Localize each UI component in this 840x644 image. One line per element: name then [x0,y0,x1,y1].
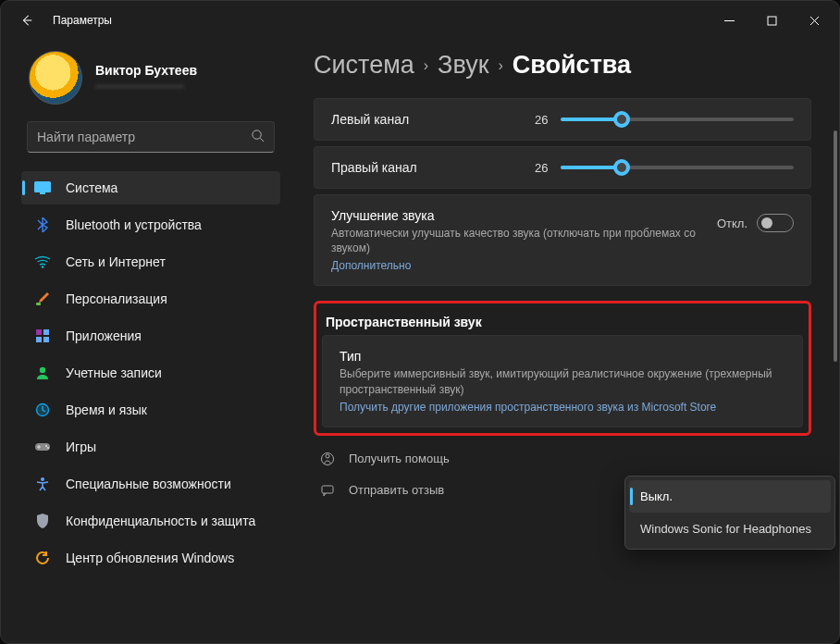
chevron-right-icon: › [424,57,428,74]
dropdown-option-sonic[interactable]: Windows Sonic for Headphones [629,513,831,545]
get-help-row[interactable]: Получить помощь [314,441,811,477]
scrollbar[interactable] [834,75,837,636]
spatial-type-card[interactable]: Тип Выберите иммерсивный звук, имитирующ… [322,335,803,427]
svg-point-14 [47,447,49,449]
apps-icon [34,328,51,344]
svg-rect-7 [43,329,49,335]
sidebar-item-label: Центр обновления Windows [66,551,234,565]
feedback-icon [319,482,336,499]
sidebar-item-label: Учетные записи [66,365,162,380]
main-content: Система › Звук › Свойства Левый канал 26… [288,40,839,643]
spatial-store-link[interactable]: Получить другие приложения пространствен… [340,401,716,414]
svg-rect-0 [768,17,776,25]
enhancement-toggle-state: Откл. [717,217,747,230]
sidebar-item-gaming[interactable]: Игры [21,430,280,464]
spatial-type-desc: Выберите иммерсивный звук, имитирующий р… [340,366,785,396]
svg-rect-5 [36,303,41,305]
profile-email: ———————— [95,80,197,93]
svg-rect-18 [322,486,333,493]
sidebar-item-label: Конфиденциальность и защита [66,514,255,528]
search-input[interactable] [37,130,251,144]
sidebar-item-label: Специальные возможности [66,477,231,491]
sidebar-item-accounts[interactable]: Учетные записи [21,356,280,390]
get-help-label: Получить помощь [349,452,450,465]
network-icon [34,254,51,270]
enhancement-title: Улучшение звука [331,208,702,223]
sidebar-item-label: Приложения [66,328,142,343]
sidebar-item-accessibility[interactable]: Специальные возможности [21,467,280,501]
sidebar-item-privacy[interactable]: Конфиденциальность и защита [21,504,280,538]
gaming-icon [34,439,51,455]
sidebar-item-label: Система [66,180,117,195]
update-icon [34,550,51,566]
left-channel-card: Левый канал 26 [314,98,811,141]
svg-rect-2 [34,181,51,192]
help-icon [319,451,336,467]
sidebar-item-label: Персонализация [66,291,167,306]
search-icon [251,129,265,145]
search-box[interactable] [27,121,275,153]
sidebar-item-update[interactable]: Центр обновления Windows [21,541,280,575]
left-channel-label: Левый канал [331,112,535,127]
accessibility-icon [34,476,51,492]
sidebar-item-time[interactable]: Время и язык [21,393,280,427]
spatial-section-title: Пространственный звук [326,315,801,329]
enhancement-toggle[interactable] [757,214,794,232]
svg-point-15 [41,477,44,481]
svg-rect-8 [36,337,42,342]
right-channel-value: 26 [535,161,548,175]
breadcrumb: Система › Звук › Свойства [314,51,832,80]
feedback-label: Отправить отзыв [349,483,444,497]
sidebar-item-label: Bluetooth и устройства [66,217,202,232]
system-icon [34,180,51,196]
privacy-icon [34,513,51,529]
sidebar-item-label: Время и язык [66,402,147,417]
close-button[interactable] [793,6,835,35]
sidebar-item-label: Сеть и Интернет [66,254,166,269]
right-channel-slider[interactable] [561,166,794,169]
breadcrumb-system[interactable]: Система [314,51,414,80]
left-channel-slider[interactable] [561,118,794,121]
sidebar-item-network[interactable]: Сеть и Интернет [21,245,280,279]
svg-point-17 [326,454,329,458]
breadcrumb-sound[interactable]: Звук [438,51,488,80]
sidebar-item-label: Игры [66,440,96,454]
accounts-icon [34,365,51,381]
sidebar-item-apps[interactable]: Приложения [21,319,280,353]
sidebar-item-bluetooth[interactable]: Bluetooth и устройства [21,208,280,242]
sidebar: Виктор Бухтеев ———————— СистемаBluetooth… [1,40,288,643]
spatial-sound-highlight: Пространственный звук Тип Выберите иммер… [314,301,811,435]
spatial-type-title: Тип [340,349,785,364]
sidebar-item-system[interactable]: Система [21,171,280,204]
profile-name: Виктор Бухтеев [95,63,197,78]
bluetooth-icon [34,217,51,233]
dropdown-option-off[interactable]: Выкл. [629,480,831,513]
maximize-button[interactable] [750,6,793,35]
enhancement-subtitle: Автоматически улучшать качество звука (о… [331,226,702,255]
svg-point-1 [253,130,261,139]
time-icon [34,402,51,418]
minimize-button[interactable] [708,6,750,35]
svg-rect-6 [36,329,42,335]
left-channel-value: 26 [535,113,548,127]
brush-icon [34,291,51,307]
right-channel-card: Правый канал 26 [314,146,811,189]
avatar [29,51,82,105]
chevron-right-icon: › [498,57,502,74]
right-channel-label: Правый канал [331,160,535,175]
profile[interactable]: Виктор Бухтеев ———————— [29,51,280,105]
sidebar-item-brush[interactable]: Персонализация [21,282,280,316]
spatial-type-dropdown: Выкл. Windows Sonic for Headphones [624,476,835,550]
audio-enhancement-card: Улучшение звука Автоматически улучшать к… [314,194,811,286]
svg-point-4 [42,266,44,268]
app-title: Параметры [53,14,112,27]
svg-rect-3 [40,192,45,194]
svg-point-10 [40,367,45,373]
svg-point-13 [45,445,47,447]
back-button[interactable] [14,7,40,33]
enhancement-more-link[interactable]: Дополнительно [331,259,411,272]
breadcrumb-properties: Свойства [513,51,631,80]
svg-rect-9 [43,337,49,342]
